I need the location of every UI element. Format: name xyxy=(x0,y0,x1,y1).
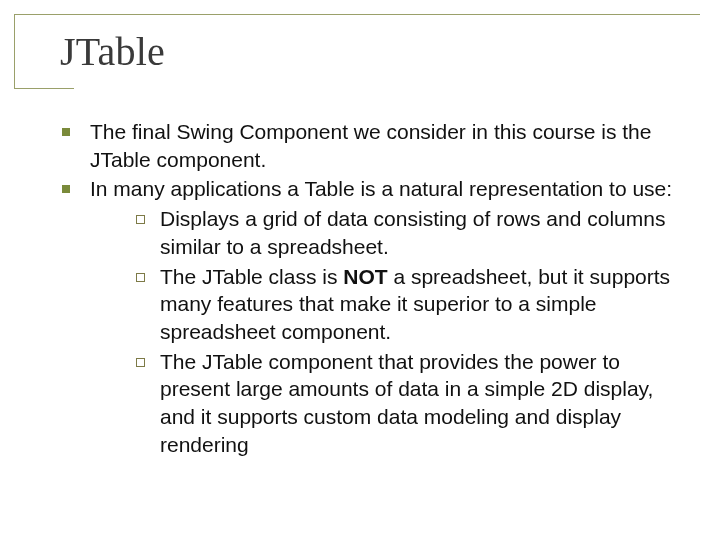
title-rule-left xyxy=(14,14,15,88)
bullet-2-text: In many applications a Table is a natura… xyxy=(90,177,672,200)
sub-bullet-list: Displays a grid of data consisting of ro… xyxy=(90,205,690,458)
sub-bullet-1-text: Displays a grid of data consisting of ro… xyxy=(160,207,665,258)
title-rule-bottom xyxy=(14,88,74,89)
sub-bullet-2: The JTable class is NOT a spreadsheet, b… xyxy=(130,263,690,346)
bullet-1-text: The final Swing Component we consider in… xyxy=(90,120,651,171)
sub-bullet-1: Displays a grid of data consisting of ro… xyxy=(130,205,690,260)
sub-bullet-3: The JTable component that provides the p… xyxy=(130,348,690,459)
bullet-2: In many applications a Table is a natura… xyxy=(56,175,690,458)
slide: JTable The final Swing Component we cons… xyxy=(0,0,720,540)
title-rule-top xyxy=(14,14,700,15)
bullet-1: The final Swing Component we consider in… xyxy=(56,118,690,173)
not-bold: NOT xyxy=(343,265,387,288)
slide-content: The final Swing Component we consider in… xyxy=(56,118,690,461)
sub-bullet-3-text: The JTable component that provides the p… xyxy=(160,350,653,456)
bullet-list: The final Swing Component we consider in… xyxy=(56,118,690,459)
slide-title: JTable xyxy=(60,28,165,75)
sub-bullet-2-text-a: The JTable class is xyxy=(160,265,343,288)
